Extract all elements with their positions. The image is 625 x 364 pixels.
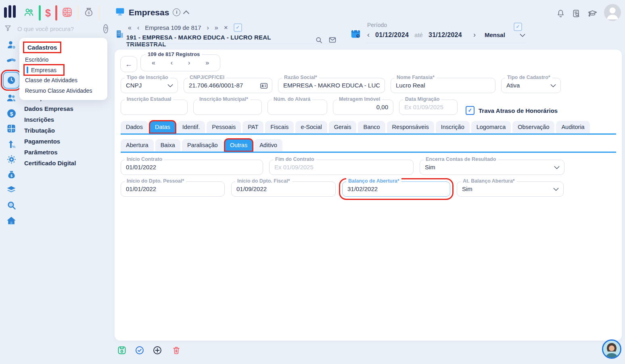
inicio-dpto-pessoal-field[interactable]: Início do Dpto. Pessoal* 01/01/2022 xyxy=(121,181,225,197)
num-alvara-field[interactable]: Núm. do Alvará xyxy=(268,100,327,115)
tab-identif[interactable]: Identif. xyxy=(177,121,205,133)
tab-pat[interactable]: PAT xyxy=(242,121,263,133)
tipo-inscricao-select[interactable]: Tipo de Inscrição CNPJ xyxy=(121,78,178,93)
tab-auditoria[interactable]: Auditoria xyxy=(556,121,589,133)
tab-datas[interactable]: Datas xyxy=(150,121,176,133)
record-last-button[interactable]: » xyxy=(215,24,218,31)
period-prev-button[interactable]: ‹ xyxy=(367,31,370,39)
pager-next-button[interactable]: › xyxy=(188,59,190,67)
fim-contrato-field[interactable]: Fim do Contrato Ex 01/09/2025 xyxy=(269,160,414,175)
moneybag-quick-icon[interactable]: $ xyxy=(84,7,94,19)
tab-logomarca[interactable]: Logomarca xyxy=(471,121,511,133)
sidebar-item-parametros[interactable]: Parâmetros xyxy=(24,149,76,156)
sidebar-item-tributacao[interactable]: Tributação xyxy=(24,127,76,134)
subtab-paralisacao[interactable]: Paralisação xyxy=(182,139,223,151)
record-search-icon[interactable] xyxy=(315,36,323,46)
sidebar-item-inscricoes[interactable]: Inscrições xyxy=(24,116,76,123)
sidebar-item-pagamentos[interactable]: Pagamentos xyxy=(24,138,76,145)
encerra-contas-select[interactable]: Encerra Contas de Resultado Sim xyxy=(420,160,564,175)
period-next-button[interactable]: › xyxy=(473,31,476,39)
tab-observacao[interactable]: Observação xyxy=(512,121,554,133)
filter-icon[interactable] xyxy=(4,24,12,33)
subtab-outras[interactable]: Outras xyxy=(225,139,253,151)
confirm-button[interactable] xyxy=(135,345,144,357)
tab-responsaveis[interactable]: Responsáveis xyxy=(387,121,434,133)
record-mail-icon[interactable] xyxy=(328,36,337,46)
sidebar-home-icon[interactable] xyxy=(6,215,17,226)
info-icon[interactable]: i xyxy=(173,8,180,16)
record-first-button[interactable]: « xyxy=(128,24,132,31)
sidebar-dollar-coin-icon[interactable]: $ xyxy=(6,108,17,119)
dollar-quick-icon[interactable]: $ xyxy=(45,5,51,21)
pager-last-button[interactable]: » xyxy=(205,59,209,67)
pager-prev-button[interactable]: ‹ xyxy=(171,59,173,67)
metragem-imovel-field[interactable]: Metragem Imóvel 0,00 xyxy=(333,100,393,115)
sidebar-user-settings-icon[interactable] xyxy=(6,40,17,50)
sidebar-users-icon[interactable] xyxy=(6,93,17,103)
razao-social-field[interactable]: Razão Social* EMPRESA - MAKRO EDUCA - LU… xyxy=(278,78,385,93)
tab-gerais[interactable]: Gerais xyxy=(329,121,357,133)
data-migracao-field[interactable]: Data Migração Ex 01/09/2025 xyxy=(399,100,458,115)
record-nav-checkbox[interactable]: ✓ xyxy=(234,23,242,32)
tab-pessoais[interactable]: Pessoais xyxy=(207,121,241,133)
trava-honorarios-checkbox[interactable]: ✓ xyxy=(466,106,474,115)
at-balanco-abertura-select[interactable]: At. Balanço Abertura* Sim xyxy=(457,181,564,197)
menu-item-classe-atividades[interactable]: Classe de Atividades xyxy=(19,75,107,85)
inicio-dpto-fiscal-field[interactable]: Início do Dpto. Fiscal* 01/09/2022 xyxy=(231,181,336,197)
graduation-cap-icon[interactable] xyxy=(587,8,598,20)
menu-item-resumo-classe[interactable]: Resumo Classe Atividades xyxy=(19,85,107,96)
tab-esocial[interactable]: e-Social xyxy=(295,121,327,133)
people-quick-icon[interactable] xyxy=(23,7,34,19)
sidebar-item-certificado-digital[interactable]: Certificado Digital xyxy=(24,160,76,166)
sidebar-gear-icon[interactable] xyxy=(6,154,17,164)
pager-first-button[interactable]: « xyxy=(152,59,155,67)
inscricao-municipal-field[interactable]: Inscrição Municipal* xyxy=(193,100,262,115)
search-input[interactable] xyxy=(17,25,98,33)
balanco-abertura-field[interactable]: Balanço de Abertura* 31/02/2022 xyxy=(342,181,450,197)
subtab-abertura[interactable]: Abertura xyxy=(121,139,154,151)
notifications-bell-icon[interactable] xyxy=(556,9,565,20)
sidebar-search-icon[interactable] xyxy=(6,200,17,210)
help-icon[interactable]: ? xyxy=(103,24,108,33)
record-close-button[interactable]: × xyxy=(224,24,228,32)
sidebar-calculator-icon[interactable]: +-×= xyxy=(6,123,16,134)
subtab-baixa[interactable]: Baixa xyxy=(155,139,180,151)
tab-fiscais[interactable]: Fiscais xyxy=(265,121,294,133)
tab-dados[interactable]: Dados xyxy=(121,121,148,133)
id-card-icon[interactable] xyxy=(259,81,268,92)
cnpj-field[interactable]: CNPJ/CPF/CEI 21.706.466/0001-87 xyxy=(184,78,272,93)
tab-inscricao[interactable]: Inscrição xyxy=(436,121,470,133)
period-mode-chevron-icon[interactable] xyxy=(520,31,525,37)
sidebar-percent-up-icon[interactable]: % xyxy=(6,139,17,149)
delete-button[interactable] xyxy=(172,346,181,356)
popup-title-cadastros[interactable]: Cadastros xyxy=(24,43,60,52)
collapse-chevron-up-icon[interactable] xyxy=(183,10,190,17)
period-start-date[interactable]: 01/12/2024 xyxy=(375,31,409,39)
sidebar-clock-icon[interactable] xyxy=(3,72,20,89)
tipo-cadastro-select[interactable]: Tipo de Cadastro* Ativa xyxy=(501,78,561,93)
user-avatar[interactable] xyxy=(604,4,621,21)
document-search-icon[interactable] xyxy=(572,9,581,20)
save-button[interactable] xyxy=(117,345,127,357)
nome-fantasia-field[interactable]: Nome Fantasia* Lucro Real xyxy=(391,78,495,93)
period-end-date[interactable]: 31/12/2024 xyxy=(429,31,462,39)
record-prev-button[interactable]: ‹ xyxy=(137,24,139,31)
sidebar-item-dados-empresas[interactable]: Dados Empresas xyxy=(24,105,76,112)
app-logo xyxy=(4,5,16,18)
menu-item-empresas[interactable]: Empresas xyxy=(24,65,64,75)
record-next-button[interactable]: › xyxy=(207,24,209,31)
inscricao-estadual-field[interactable]: Inscrição Estadual xyxy=(121,100,188,115)
period-checkbox[interactable]: ✓ xyxy=(514,23,522,31)
period-mode-select[interactable]: Mensal xyxy=(485,31,505,38)
calculator-quick-icon[interactable] xyxy=(62,7,73,19)
subtab-aditivo[interactable]: Aditivo xyxy=(254,139,282,151)
tab-banco[interactable]: Banco xyxy=(358,121,385,133)
add-button[interactable] xyxy=(153,345,162,357)
inicio-contrato-field[interactable]: Início Contrato 01/01/2022 xyxy=(121,160,263,175)
sidebar-layers-icon[interactable] xyxy=(6,185,17,195)
sidebar-handshake-icon[interactable] xyxy=(6,55,17,65)
menu-item-escritorio[interactable]: Escritório xyxy=(19,54,107,65)
sidebar-moneybag-icon[interactable]: $ xyxy=(6,169,17,180)
support-avatar-button[interactable] xyxy=(602,339,621,359)
back-button[interactable]: ← xyxy=(120,56,137,72)
